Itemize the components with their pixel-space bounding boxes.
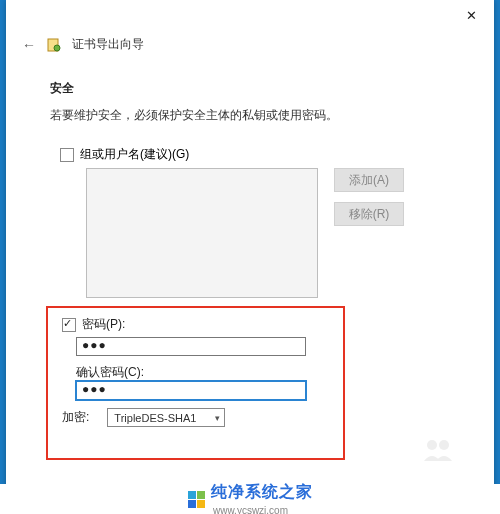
password-checkbox[interactable] [62,318,76,332]
certificate-icon [46,37,62,53]
wizard-window: ✕ ← 证书导出向导 安全 若要维护安全，必须保护安全主体的私钥或使用密码。 组… [6,0,494,500]
titlebar: ✕ [6,0,494,30]
chevron-down-icon: ▾ [215,413,220,423]
encryption-row: 加密: TripleDES-SHA1 ▾ [62,408,332,427]
security-heading: 安全 [50,80,466,97]
encryption-selected: TripleDES-SHA1 [114,412,196,424]
confirm-password-input[interactable]: ●●● [76,381,306,400]
encryption-combobox[interactable]: TripleDES-SHA1 ▾ [107,408,225,427]
wizard-title: 证书导出向导 [72,36,144,53]
add-button[interactable]: 添加(A) [334,168,404,192]
security-description: 若要维护安全，必须保护安全主体的私钥或使用密码。 [50,107,466,124]
password-label: 密码(P): [82,316,125,333]
footer-url: www.ycswzj.com [213,505,288,515]
groups-checkbox-row: 组或用户名(建议)(G) [60,146,466,163]
content-area: 安全 若要维护安全，必须保护安全主体的私钥或使用密码。 组或用户名(建议)(G) [50,80,466,163]
svg-point-2 [427,440,437,450]
svg-point-1 [54,45,60,51]
users-watermark-icon [422,437,456,470]
password-input[interactable]: ●●● [76,337,306,356]
footer-brand: 纯净系统之家 [211,483,313,500]
svg-point-3 [439,440,449,450]
groups-checkbox[interactable] [60,148,74,162]
remove-button[interactable]: 移除(R) [334,202,404,226]
groups-buttons: 添加(A) 移除(R) [334,168,404,226]
wizard-header: ← 证书导出向导 [22,36,144,53]
password-section: 密码(P): ●●● 确认密码(C): ●●● 加密: TripleDES-SH… [62,316,332,427]
groups-checkbox-label: 组或用户名(建议)(G) [80,146,189,163]
footer-watermark: 纯净系统之家 www.ycswzj.com [0,484,500,514]
groups-listbox[interactable] [86,168,318,298]
back-arrow-icon[interactable]: ← [22,37,36,53]
footer-logo-icon [187,490,205,508]
close-button[interactable]: ✕ [456,6,486,26]
confirm-password-label: 确认密码(C): [76,364,332,381]
encryption-label: 加密: [62,409,89,426]
